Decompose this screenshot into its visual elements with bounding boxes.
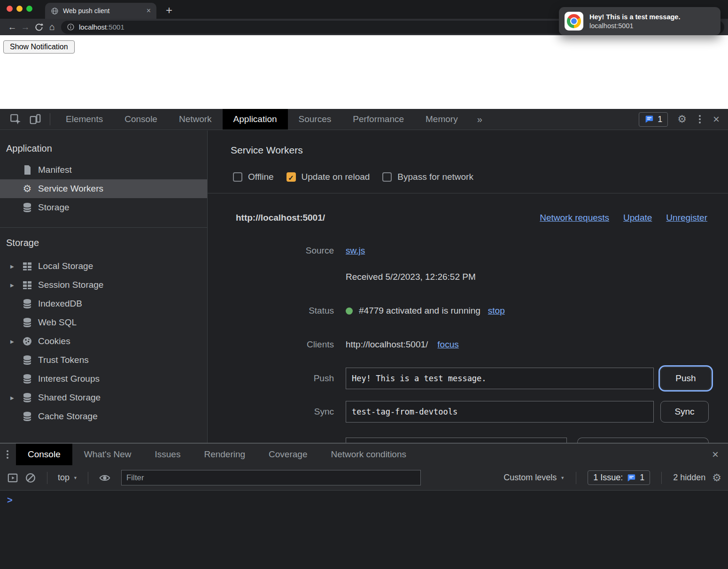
focus-link[interactable]: focus <box>437 339 458 350</box>
javascript-context-selector[interactable]: top ▼ <box>58 473 77 483</box>
issues-counter-button[interactable]: 1 <box>639 112 668 127</box>
bypass-for-network-label: Bypass for network <box>397 172 473 182</box>
console-output[interactable]: > <box>0 491 728 569</box>
chrome-app-icon <box>565 12 583 31</box>
offline-checkbox[interactable] <box>233 172 242 182</box>
reload-icon[interactable] <box>34 23 44 32</box>
sidebar-item-interest-groups[interactable]: Interest Groups <box>0 369 207 388</box>
unregister-link[interactable]: Unregister <box>666 213 707 223</box>
separator <box>50 113 50 125</box>
sidebar-item-session-storage[interactable]: ▶ Session Storage <box>0 276 207 294</box>
forward-button[interactable]: → <box>19 22 32 32</box>
issue-count: 1 <box>640 473 644 483</box>
console-toolbar: top ▼ Custom levels ▼ 1 Issue: 1 2 hidde… <box>0 465 728 491</box>
sidebar-item-indexeddb[interactable]: IndexedDB <box>0 294 207 313</box>
received-timestamp: Received 5/2/2023, 12:26:52 PM <box>346 272 476 282</box>
drawer-tab-issues[interactable]: Issues <box>143 444 192 465</box>
tab-sources[interactable]: Sources <box>288 109 342 130</box>
update-on-reload-checkbox[interactable]: ✓ <box>287 172 296 182</box>
periodic-sync-input-partial[interactable] <box>346 438 567 443</box>
network-requests-link[interactable]: Network requests <box>540 213 609 223</box>
console-prompt-chevron[interactable]: > <box>7 495 13 506</box>
drawer-tab-console[interactable]: Console <box>16 444 72 465</box>
source-file-link[interactable]: sw.js <box>346 246 365 256</box>
home-button[interactable]: ⌂ <box>46 22 58 32</box>
panel-title: Service Workers <box>231 145 303 156</box>
service-workers-panel: Service Workers Offline ✓ Update on relo… <box>208 131 728 443</box>
drawer-tab-network-conditions[interactable]: Network conditions <box>319 444 418 465</box>
close-window-button[interactable] <box>7 6 13 12</box>
minimize-window-button[interactable] <box>16 6 23 12</box>
drawer-close-icon[interactable]: × <box>712 449 728 460</box>
url-port: :5001 <box>107 23 124 31</box>
tab-elements[interactable]: Elements <box>55 109 114 130</box>
database-icon <box>22 298 33 309</box>
console-issues-button[interactable]: 1 Issue: 1 <box>588 470 650 485</box>
chevron-down-icon: ▼ <box>73 476 77 480</box>
devtools-close-icon[interactable]: × <box>713 114 720 125</box>
drawer-tabbar: Console What's New Issues Rendering Cove… <box>0 444 728 465</box>
notification-title: Hey! This is a test message. <box>589 13 680 22</box>
sidebar-item-cookies[interactable]: ▶ Cookies <box>0 332 207 351</box>
sidebar-item-local-storage[interactable]: ▶ Local Storage <box>0 257 207 276</box>
sidebar-item-shared-storage[interactable]: ▶ Shared Storage <box>0 388 207 407</box>
tab-console[interactable]: Console <box>114 109 168 130</box>
console-filter-input[interactable] <box>121 470 421 485</box>
expand-arrow-icon[interactable]: ▶ <box>10 283 22 288</box>
drawer-tab-whats-new[interactable]: What's New <box>72 444 143 465</box>
tab-close-icon[interactable]: × <box>147 7 151 15</box>
tab-memory[interactable]: Memory <box>415 109 469 130</box>
clear-console-icon[interactable] <box>24 472 37 484</box>
tab-performance[interactable]: Performance <box>342 109 415 130</box>
issues-bubble-icon <box>644 115 654 124</box>
bypass-for-network-checkbox[interactable] <box>382 172 392 182</box>
expand-arrow-icon[interactable]: ▶ <box>10 264 22 269</box>
console-settings-gear-icon[interactable]: ⚙ <box>712 473 721 483</box>
devtools-tabbar: Elements Console Network Application Sou… <box>0 109 728 130</box>
sidebar-item-web-sql[interactable]: Web SQL <box>0 313 207 332</box>
custom-levels-dropdown[interactable]: Custom levels ▼ <box>503 473 565 483</box>
stop-link[interactable]: stop <box>488 306 505 316</box>
expand-arrow-icon[interactable]: ▶ <box>10 339 22 344</box>
info-icon[interactable] <box>67 23 75 31</box>
clients-label: Clients <box>208 339 334 350</box>
drawer-menu-icon[interactable] <box>7 454 8 455</box>
device-toolbar-icon[interactable] <box>29 113 41 125</box>
sync-button[interactable]: Sync <box>660 401 709 423</box>
sidebar-item-cache-storage[interactable]: Cache Storage <box>0 407 207 426</box>
chevron-down-icon: ▼ <box>560 476 565 480</box>
push-message-input[interactable] <box>346 368 654 389</box>
separator <box>661 472 662 484</box>
sidebar-item-storage[interactable]: Storage <box>0 198 207 217</box>
console-sidebar-toggle-icon[interactable] <box>7 472 19 484</box>
drawer-tab-rendering[interactable]: Rendering <box>192 444 257 465</box>
sidebar-item-manifest[interactable]: Manifest <box>0 161 207 179</box>
zoom-window-button[interactable] <box>26 6 32 12</box>
tab-network[interactable]: Network <box>168 109 223 130</box>
tab-application[interactable]: Application <box>223 109 288 130</box>
database-icon <box>22 202 33 213</box>
chrome-logo-icon <box>567 14 581 28</box>
live-expression-eye-icon[interactable] <box>99 472 111 484</box>
new-tab-button[interactable]: + <box>166 5 172 16</box>
source-label: Source <box>208 246 334 256</box>
back-button[interactable]: ← <box>6 22 19 32</box>
browser-tab[interactable]: Web push client × <box>45 3 156 19</box>
sidebar-item-service-workers[interactable]: ⚙ Service Workers <box>0 179 207 198</box>
update-on-reload-label: Update on reload <box>302 172 370 182</box>
client-url: http://localhost:5001/ <box>346 339 428 350</box>
issue-label: 1 Issue: <box>593 473 623 483</box>
more-tabs-icon[interactable]: » <box>469 114 491 125</box>
sync-tag-input[interactable] <box>346 401 654 423</box>
overflow-menu-icon[interactable] <box>699 118 701 120</box>
macos-notification[interactable]: Hey! This is a test message. localhost:5… <box>559 7 720 35</box>
sidebar-item-trust-tokens[interactable]: Trust Tokens <box>0 351 207 369</box>
drawer-tab-coverage[interactable]: Coverage <box>257 444 319 465</box>
inspect-element-icon[interactable] <box>9 113 22 125</box>
settings-gear-icon[interactable]: ⚙ <box>677 114 687 124</box>
update-link[interactable]: Update <box>623 213 652 223</box>
push-button[interactable]: Push <box>660 367 711 390</box>
periodic-sync-button-partial[interactable] <box>577 438 709 443</box>
show-notification-button[interactable]: Show Notification <box>3 40 75 54</box>
expand-arrow-icon[interactable]: ▶ <box>10 395 22 400</box>
